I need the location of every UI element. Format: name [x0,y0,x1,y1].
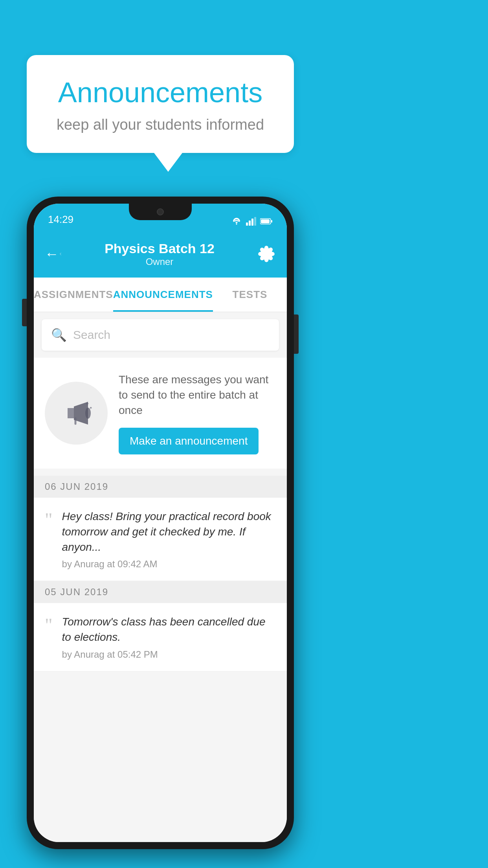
app-bar-subtitle: Owner [62,256,257,267]
megaphone-icon: ✦ ✦ [59,395,94,431]
app-bar-title-group: Physics Batch 12 Owner [62,241,257,267]
gear-icon [258,246,275,262]
search-placeholder: Search [73,328,110,342]
quote-icon-2: " [45,616,53,634]
content-area: 🔍 Search [34,312,287,842]
search-icon: 🔍 [51,327,67,342]
tab-tests[interactable]: TESTS [213,278,287,312]
announcement-icon-circle: ✦ ✦ [45,382,108,445]
status-icons [231,217,273,226]
empty-state-description: These are messages you want to send to t… [119,372,276,418]
make-announcement-button[interactable]: Make an announcement [119,428,259,454]
announcement-text-2: Tomorrow's class has been cancelled due … [62,614,276,660]
announcement-message-1: Hey class! Bring your practical record b… [62,509,276,555]
empty-state: ✦ ✦ These are messages you want to send … [34,358,287,469]
date-separator-2: 05 JUN 2019 [34,581,287,603]
camera-dot [157,208,164,215]
search-bar[interactable]: 🔍 Search [42,319,279,351]
settings-button[interactable] [257,245,276,263]
announcement-item-2[interactable]: " Tomorrow's class has been cancelled du… [34,603,287,671]
svg-rect-1 [249,221,251,226]
phone-screen: 14:29 [34,204,287,842]
phone-outer-frame: 14:29 [27,197,294,849]
empty-state-content: These are messages you want to send to t… [119,372,276,454]
battery-icon [260,218,273,225]
speech-bubble-title: Announcements [50,76,270,108]
speech-bubble-tail [154,153,182,172]
svg-rect-0 [246,223,248,226]
tabs-bar: ASSIGNMENTS ANNOUNCEMENTS TESTS [34,278,287,312]
app-bar: Physics Batch 12 Owner [34,230,287,278]
phone-notch [129,204,192,220]
svg-marker-8 [68,408,74,418]
speech-bubble-card: Announcements keep all your students inf… [27,55,294,153]
phone-device: 14:29 [27,197,294,849]
speech-bubble-section: Announcements keep all your students inf… [27,55,294,172]
tab-assignments[interactable]: ASSIGNMENTS [34,278,113,312]
svg-rect-6 [261,219,270,223]
svg-rect-3 [254,217,256,226]
app-bar-title: Physics Batch 12 [62,241,257,256]
svg-rect-5 [271,220,272,223]
speech-bubble-subtitle: keep all your students informed [50,116,270,133]
date-separator-1: 06 JUN 2019 [34,476,287,498]
svg-rect-2 [251,219,253,226]
announcement-meta-1: by Anurag at 09:42 AM [62,559,276,570]
status-time: 14:29 [48,213,73,226]
svg-text:✦: ✦ [89,406,92,410]
signal-icon [246,217,256,226]
wifi-icon [231,217,242,226]
tab-announcements[interactable]: ANNOUNCEMENTS [113,278,213,312]
quote-icon-1: " [45,510,53,529]
announcement-text-1: Hey class! Bring your practical record b… [62,509,276,570]
back-arrow-icon [59,247,62,261]
back-button[interactable] [45,245,62,263]
announcement-meta-2: by Anurag at 05:42 PM [62,649,276,660]
announcement-item-1[interactable]: " Hey class! Bring your practical record… [34,498,287,581]
announcement-message-2: Tomorrow's class has been cancelled due … [62,614,276,645]
